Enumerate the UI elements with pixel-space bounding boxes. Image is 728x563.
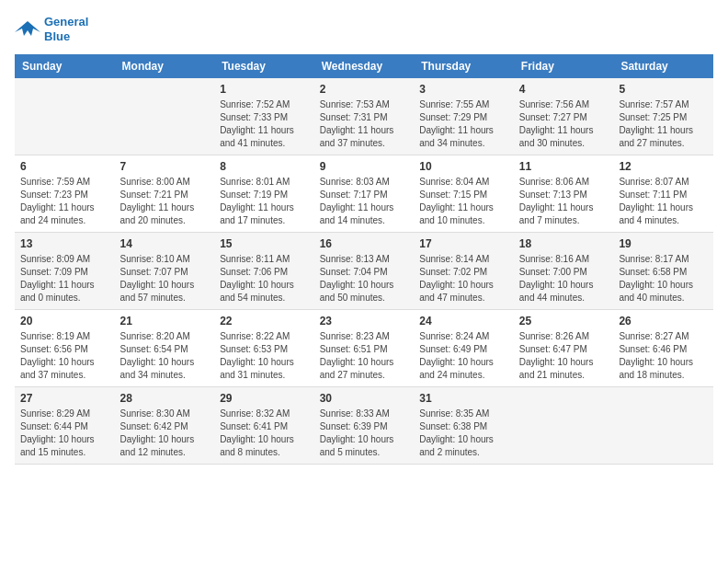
day-number: 4 xyxy=(519,83,609,96)
day-info: Sunrise: 8:11 AM Sunset: 7:06 PM Dayligh… xyxy=(220,253,309,304)
page-header: General Blue xyxy=(15,15,713,43)
day-number: 10 xyxy=(419,160,508,173)
calendar-week-1: 1Sunrise: 7:52 AM Sunset: 7:33 PM Daylig… xyxy=(15,78,713,155)
calendar-header-row: SundayMondayTuesdayWednesdayThursdayFrid… xyxy=(15,54,713,78)
day-number: 15 xyxy=(220,237,309,250)
day-number: 26 xyxy=(619,315,708,327)
svg-marker-0 xyxy=(15,21,40,36)
day-info: Sunrise: 8:23 AM Sunset: 6:51 PM Dayligh… xyxy=(320,330,409,382)
day-number: 1 xyxy=(220,83,309,96)
day-number: 20 xyxy=(20,315,109,327)
day-info: Sunrise: 8:14 AM Sunset: 7:02 PM Dayligh… xyxy=(419,253,508,304)
calendar-cell: 4Sunrise: 7:56 AM Sunset: 7:27 PM Daylig… xyxy=(514,78,614,155)
logo-icon xyxy=(15,19,40,40)
day-number: 7 xyxy=(120,160,210,173)
calendar-cell: 16Sunrise: 8:13 AM Sunset: 7:04 PM Dayli… xyxy=(314,233,415,310)
day-info: Sunrise: 8:19 AM Sunset: 6:56 PM Dayligh… xyxy=(20,330,109,382)
day-info: Sunrise: 8:32 AM Sunset: 6:41 PM Dayligh… xyxy=(220,408,309,459)
calendar-cell: 27Sunrise: 8:29 AM Sunset: 6:44 PM Dayli… xyxy=(15,387,115,465)
calendar-cell: 20Sunrise: 8:19 AM Sunset: 6:56 PM Dayli… xyxy=(15,310,115,387)
calendar-cell: 28Sunrise: 8:30 AM Sunset: 6:42 PM Dayli… xyxy=(115,387,215,465)
day-info: Sunrise: 8:03 AM Sunset: 7:17 PM Dayligh… xyxy=(320,176,409,227)
day-number: 16 xyxy=(320,237,409,250)
calendar-cell: 18Sunrise: 8:16 AM Sunset: 7:00 PM Dayli… xyxy=(514,233,614,310)
calendar-week-4: 20Sunrise: 8:19 AM Sunset: 6:56 PM Dayli… xyxy=(15,310,713,387)
day-number: 11 xyxy=(519,160,609,173)
calendar-cell: 5Sunrise: 7:57 AM Sunset: 7:25 PM Daylig… xyxy=(613,78,713,155)
calendar-cell: 7Sunrise: 8:00 AM Sunset: 7:21 PM Daylig… xyxy=(115,155,215,233)
calendar-cell: 31Sunrise: 8:35 AM Sunset: 6:38 PM Dayli… xyxy=(414,387,514,465)
header-friday: Friday xyxy=(514,54,614,78)
day-info: Sunrise: 8:07 AM Sunset: 7:11 PM Dayligh… xyxy=(619,176,708,227)
day-number: 13 xyxy=(20,237,109,250)
day-number: 28 xyxy=(120,392,210,405)
day-info: Sunrise: 8:30 AM Sunset: 6:42 PM Dayligh… xyxy=(120,408,210,459)
header-wednesday: Wednesday xyxy=(314,54,415,78)
header-tuesday: Tuesday xyxy=(214,54,314,78)
calendar-cell xyxy=(613,387,713,465)
calendar-table: SundayMondayTuesdayWednesdayThursdayFrid… xyxy=(15,54,713,465)
day-info: Sunrise: 8:35 AM Sunset: 6:38 PM Dayligh… xyxy=(419,408,508,459)
day-number: 31 xyxy=(419,392,508,405)
calendar-cell: 3Sunrise: 7:55 AM Sunset: 7:29 PM Daylig… xyxy=(414,78,514,155)
calendar-cell: 25Sunrise: 8:26 AM Sunset: 6:47 PM Dayli… xyxy=(514,310,614,387)
calendar-cell: 15Sunrise: 8:11 AM Sunset: 7:06 PM Dayli… xyxy=(214,233,314,310)
day-info: Sunrise: 7:59 AM Sunset: 7:23 PM Dayligh… xyxy=(20,176,109,227)
day-info: Sunrise: 8:26 AM Sunset: 6:47 PM Dayligh… xyxy=(519,330,609,382)
day-info: Sunrise: 8:13 AM Sunset: 7:04 PM Dayligh… xyxy=(320,253,409,304)
day-info: Sunrise: 8:04 AM Sunset: 7:15 PM Dayligh… xyxy=(419,176,508,227)
day-number: 30 xyxy=(320,392,409,405)
calendar-cell: 30Sunrise: 8:33 AM Sunset: 6:39 PM Dayli… xyxy=(314,387,415,465)
day-number: 24 xyxy=(419,315,508,327)
day-info: Sunrise: 8:27 AM Sunset: 6:46 PM Dayligh… xyxy=(619,330,708,382)
calendar-cell: 11Sunrise: 8:06 AM Sunset: 7:13 PM Dayli… xyxy=(514,155,614,233)
calendar-cell: 1Sunrise: 7:52 AM Sunset: 7:33 PM Daylig… xyxy=(214,78,314,155)
calendar-cell: 24Sunrise: 8:24 AM Sunset: 6:49 PM Dayli… xyxy=(414,310,514,387)
day-number: 9 xyxy=(320,160,409,173)
calendar-cell: 29Sunrise: 8:32 AM Sunset: 6:41 PM Dayli… xyxy=(214,387,314,465)
calendar-week-2: 6Sunrise: 7:59 AM Sunset: 7:23 PM Daylig… xyxy=(15,155,713,233)
day-number: 18 xyxy=(519,237,609,250)
day-info: Sunrise: 8:33 AM Sunset: 6:39 PM Dayligh… xyxy=(320,408,409,459)
header-sunday: Sunday xyxy=(15,54,115,78)
day-number: 23 xyxy=(320,315,409,327)
day-number: 22 xyxy=(220,315,309,327)
day-info: Sunrise: 8:29 AM Sunset: 6:44 PM Dayligh… xyxy=(20,408,109,459)
day-info: Sunrise: 8:00 AM Sunset: 7:21 PM Dayligh… xyxy=(120,176,210,227)
calendar-cell: 22Sunrise: 8:22 AM Sunset: 6:53 PM Dayli… xyxy=(214,310,314,387)
calendar-cell: 17Sunrise: 8:14 AM Sunset: 7:02 PM Dayli… xyxy=(414,233,514,310)
header-monday: Monday xyxy=(115,54,215,78)
calendar-week-3: 13Sunrise: 8:09 AM Sunset: 7:09 PM Dayli… xyxy=(15,233,713,310)
header-thursday: Thursday xyxy=(414,54,514,78)
calendar-cell: 6Sunrise: 7:59 AM Sunset: 7:23 PM Daylig… xyxy=(15,155,115,233)
calendar-cell: 12Sunrise: 8:07 AM Sunset: 7:11 PM Dayli… xyxy=(613,155,713,233)
calendar-cell: 8Sunrise: 8:01 AM Sunset: 7:19 PM Daylig… xyxy=(214,155,314,233)
calendar-cell: 23Sunrise: 8:23 AM Sunset: 6:51 PM Dayli… xyxy=(314,310,415,387)
day-info: Sunrise: 8:17 AM Sunset: 6:58 PM Dayligh… xyxy=(619,253,708,304)
day-info: Sunrise: 8:24 AM Sunset: 6:49 PM Dayligh… xyxy=(419,330,508,382)
day-number: 27 xyxy=(20,392,109,405)
day-info: Sunrise: 7:56 AM Sunset: 7:27 PM Dayligh… xyxy=(519,98,609,150)
day-info: Sunrise: 8:01 AM Sunset: 7:19 PM Dayligh… xyxy=(220,176,309,227)
day-number: 19 xyxy=(619,237,708,250)
calendar-cell xyxy=(514,387,614,465)
day-number: 6 xyxy=(20,160,109,173)
day-info: Sunrise: 8:20 AM Sunset: 6:54 PM Dayligh… xyxy=(120,330,210,382)
calendar-cell xyxy=(15,78,115,155)
calendar-cell: 19Sunrise: 8:17 AM Sunset: 6:58 PM Dayli… xyxy=(613,233,713,310)
day-number: 2 xyxy=(320,83,409,96)
day-number: 8 xyxy=(220,160,309,173)
day-info: Sunrise: 7:53 AM Sunset: 7:31 PM Dayligh… xyxy=(320,98,409,150)
header-saturday: Saturday xyxy=(613,54,713,78)
day-info: Sunrise: 8:06 AM Sunset: 7:13 PM Dayligh… xyxy=(519,176,609,227)
calendar-cell: 13Sunrise: 8:09 AM Sunset: 7:09 PM Dayli… xyxy=(15,233,115,310)
day-info: Sunrise: 8:10 AM Sunset: 7:07 PM Dayligh… xyxy=(120,253,210,304)
day-number: 14 xyxy=(120,237,210,250)
day-number: 25 xyxy=(519,315,609,327)
day-info: Sunrise: 8:22 AM Sunset: 6:53 PM Dayligh… xyxy=(220,330,309,382)
calendar-cell xyxy=(115,78,215,155)
calendar-cell: 21Sunrise: 8:20 AM Sunset: 6:54 PM Dayli… xyxy=(115,310,215,387)
day-info: Sunrise: 7:55 AM Sunset: 7:29 PM Dayligh… xyxy=(419,98,508,150)
calendar-week-5: 27Sunrise: 8:29 AM Sunset: 6:44 PM Dayli… xyxy=(15,387,713,465)
day-info: Sunrise: 8:09 AM Sunset: 7:09 PM Dayligh… xyxy=(20,253,109,304)
